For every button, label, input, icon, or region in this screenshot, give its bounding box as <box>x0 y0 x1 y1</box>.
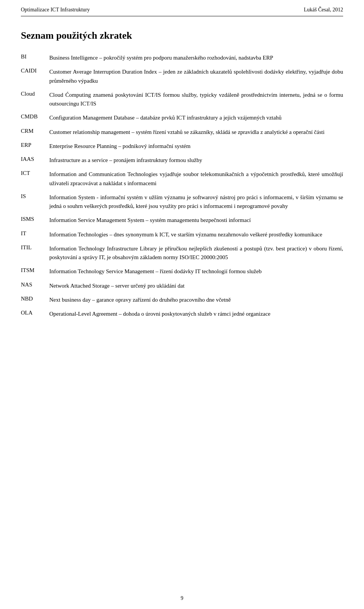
term-abbr: IS <box>21 193 49 216</box>
list-item: CloudCloud Ćomputing znamená poskytování… <box>21 91 343 114</box>
term-abbr: ITSM <box>21 267 49 281</box>
term-definition: Cloud Ćomputing znamená poskytování ICT/… <box>49 91 343 114</box>
term-list: BIBusiness Intelligence – pokročilý syst… <box>21 54 343 324</box>
term-abbr: ISMS <box>21 216 49 230</box>
list-item: ICTInformation and Communication Technol… <box>21 170 343 193</box>
list-item: OLAOperational-Level Agreement – dohoda … <box>21 310 343 324</box>
header-title-left: Optimalizace ICT Infrastruktury <box>21 7 90 13</box>
page: Optimalizace ICT Infrastruktury Lukáš Če… <box>0 0 364 609</box>
list-item: ERPEnterprise Resource Planning – podnik… <box>21 142 343 156</box>
term-definition: Information System - informační systém v… <box>49 193 343 216</box>
term-abbr: ITIL <box>21 244 49 268</box>
list-item: CAIDICustomer Average Interruption Durat… <box>21 68 343 91</box>
term-definition: Next business day – garance opravy zaříz… <box>49 296 343 310</box>
page-title: Seznam použitých zkratek <box>21 30 343 41</box>
term-abbr: CAIDI <box>21 68 49 91</box>
term-abbr: ERP <box>21 142 49 156</box>
header-title-right: Lukáš Česal, 2012 <box>304 7 343 13</box>
page-header: Optimalizace ICT Infrastruktury Lukáš Če… <box>21 0 343 16</box>
list-item: BIBusiness Intelligence – pokročilý syst… <box>21 54 343 68</box>
term-definition: Operational-Level Agreement – dohoda o ú… <box>49 310 343 324</box>
term-definition: Configuration Management Database – data… <box>49 113 343 127</box>
list-item: CRMCustomer relationship management – sy… <box>21 128 343 142</box>
list-item: NASNetwork Attached Storage – server urč… <box>21 282 343 296</box>
list-item: ISInformation System - informační systém… <box>21 193 343 216</box>
term-definition: Enterprise Resource Planning – podnikový… <box>49 142 343 156</box>
term-definition: Business Intelligence – pokročilý systém… <box>49 54 343 68</box>
term-abbr: NAS <box>21 282 49 296</box>
term-definition: Infrastructure as a service – pronájem i… <box>49 156 343 170</box>
list-item: IAASInfrastructure as a service – pronáj… <box>21 156 343 170</box>
term-definition: Information Technology Infrastructure Li… <box>49 244 343 268</box>
list-item: NBDNext business day – garance opravy za… <box>21 296 343 310</box>
term-abbr: BI <box>21 54 49 68</box>
list-item: ITSMInformation Technology Service Manag… <box>21 267 343 281</box>
page-number: 9 <box>181 595 184 601</box>
term-definition: Information Service Management System – … <box>49 216 343 230</box>
list-item: ISMSInformation Service Management Syste… <box>21 216 343 230</box>
term-abbr: ICT <box>21 170 49 193</box>
list-item: ITILInformation Technology Infrastructur… <box>21 244 343 268</box>
term-abbr: CRM <box>21 128 49 142</box>
term-abbr: Cloud <box>21 91 49 114</box>
term-abbr: NBD <box>21 296 49 310</box>
term-definition: Information and Communication Technologi… <box>49 170 343 193</box>
term-definition: Customer Average Interruption Duration I… <box>49 68 343 91</box>
term-abbr: OLA <box>21 310 49 324</box>
term-abbr: IT <box>21 230 49 244</box>
term-definition: Information Technologies – dnes synonymu… <box>49 230 343 244</box>
term-abbr: CMDB <box>21 113 49 127</box>
list-item: CMDBConfiguration Management Database – … <box>21 113 343 127</box>
page-footer: 9 <box>0 595 364 601</box>
term-definition: Network Attached Storage – server určený… <box>49 282 343 296</box>
list-item: ITInformation Technologies – dnes synony… <box>21 230 343 244</box>
term-definition: Information Technology Service Managemen… <box>49 267 343 281</box>
term-definition: Customer relationship management – systé… <box>49 128 343 142</box>
term-abbr: IAAS <box>21 156 49 170</box>
